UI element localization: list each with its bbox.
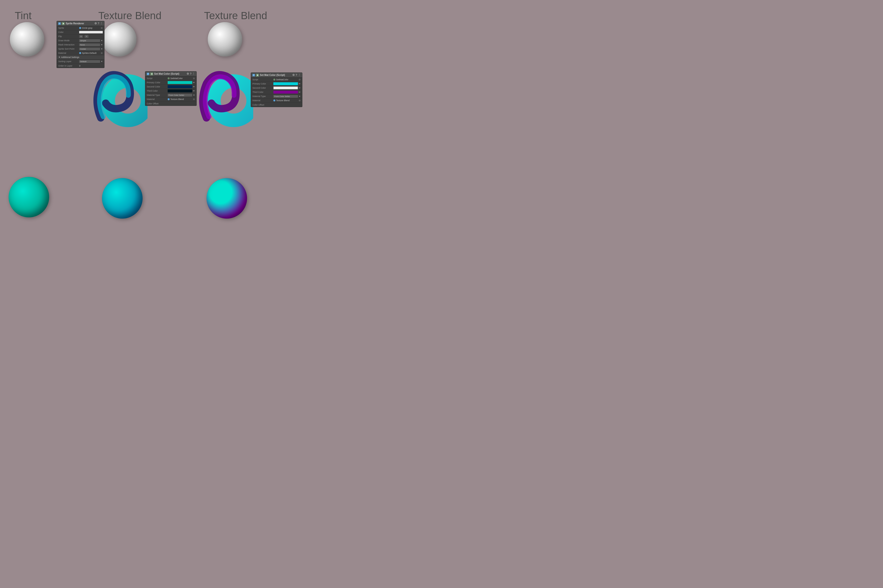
swirl-right-svg	[197, 69, 253, 133]
mask-interaction-row: Mask Interaction None ▼	[57, 43, 104, 47]
setmat1-check: ✓	[147, 73, 149, 75]
color-swatch[interactable]	[79, 31, 103, 33]
color-value[interactable]	[79, 31, 103, 33]
additional-settings-arrow: ▼	[58, 56, 60, 58]
setmat2-second-value[interactable]: ✏	[273, 87, 301, 89]
material-label: Material	[58, 52, 79, 54]
setmat1-select-icon[interactable]: ⊙	[193, 77, 195, 80]
set-mat-color-panel-1: ✓ ◆ Set Mat Color (Script) ⚙ ? ⋮ Script …	[145, 71, 197, 106]
draw-mode-row: Draw Mode Simple ▼	[57, 39, 104, 43]
sorting-layer-row: Sorting Layer Default ▼	[57, 60, 104, 64]
setmat1-second-value[interactable]: ✏	[168, 85, 195, 88]
setmat1-primary-swatch[interactable]	[168, 81, 192, 84]
setmat2-header: ✓ ◆ Set Mat Color (Script) ⚙ ? ⋮	[251, 73, 302, 78]
setmat1-header-icons: ⚙ ? ⋮	[187, 72, 195, 75]
setmat2-primary-swatch[interactable]	[273, 82, 298, 85]
sort-point-dropdown[interactable]: Center	[79, 48, 100, 50]
setmat2-select-icon[interactable]: ⊙	[299, 78, 301, 81]
setmat1-third-row: Third Color ✏	[145, 89, 196, 93]
order-layer-value: 0	[79, 64, 103, 67]
setmat1-offset-row: Color Offset	[145, 102, 196, 106]
set-mat-color-panel-2: ✓ ◆ Set Mat Color (Script) ⚙ ? ⋮ Script …	[251, 72, 302, 107]
setmat1-material-name: Texture Blend	[170, 98, 184, 100]
setmat1-third-pencil[interactable]: ✏	[193, 90, 195, 92]
setmat2-script-label: Script	[253, 78, 273, 81]
sorting-layer-dropdown[interactable]: Default	[79, 60, 100, 63]
sort-point-label: Sprite Sort Point	[58, 48, 79, 50]
setmat2-primary-value[interactable]: ✏	[273, 82, 301, 85]
material-select-icon[interactable]: ⊙	[101, 52, 103, 54]
check-icon: ✓	[58, 22, 61, 25]
setmat2-second-label: Second Color	[253, 87, 273, 89]
setmat1-third-value[interactable]: ✏	[168, 89, 195, 92]
title-tint: Tint	[15, 10, 32, 22]
setmat2-mattype-value[interactable]: From Color Setter ▼	[273, 95, 301, 98]
swirl-left	[91, 69, 147, 134]
sprite-asset-dot	[79, 27, 81, 29]
setmat1-mattype-dropdown[interactable]: From Color Setter	[168, 94, 192, 96]
script-icon: ◆	[62, 22, 65, 25]
additional-settings-label: Additional Settings	[61, 56, 80, 58]
material-dot	[79, 52, 81, 54]
setmat1-mattype-row: Material Type From Color Setter ▼	[145, 93, 196, 97]
setmat2-material-dot	[273, 99, 275, 102]
sphere-tint-top	[10, 22, 44, 57]
setmat1-material-label: Material	[147, 98, 168, 100]
flip-y[interactable]: Y	[84, 35, 88, 38]
mask-dropdown[interactable]: None	[79, 44, 100, 46]
setmat1-material-row: Material Texture Blend ⊙	[145, 97, 196, 102]
setmat1-mattype-value[interactable]: From Color Setter ▼	[168, 94, 195, 96]
sort-point-row: Sprite Sort Point Center ▼	[57, 47, 104, 51]
flip-x[interactable]: X	[79, 35, 83, 38]
setmat2-third-value[interactable]: ✏	[273, 91, 301, 94]
setmat2-mattype-row: Material Type From Color Setter ▼	[251, 94, 302, 99]
setmat1-mattype-label: Material Type	[147, 94, 168, 96]
sort-point-arrow: ▼	[101, 48, 103, 50]
draw-mode-value[interactable]: Simple ▼	[79, 39, 103, 42]
sorting-layer-value[interactable]: Default ▼	[79, 60, 103, 63]
setmat1-material-value: Texture Blend ⊙	[168, 98, 195, 100]
sprite-row: Sprite Circle gray ⊙	[57, 26, 104, 30]
order-layer-number: 0	[79, 64, 80, 67]
setmat2-third-swatch[interactable]	[273, 91, 298, 94]
setmat2-third-pencil[interactable]: ✏	[299, 91, 301, 93]
setmat2-primary-row: Primary Color ✏	[251, 82, 302, 86]
sprite-renderer-panel: ✓ ◆ Sprite Renderer ⚙ ? ⋮ Sprite Circle …	[57, 21, 104, 68]
setmat1-primary-pencil[interactable]: ✏	[193, 81, 195, 84]
setmat2-second-swatch[interactable]	[273, 87, 298, 89]
mask-value[interactable]: None ▼	[79, 44, 103, 46]
color-label: Color	[58, 31, 79, 33]
setmat2-primary-label: Primary Color	[253, 82, 273, 85]
material-row: Material Sprites-Default ⊙	[57, 51, 104, 55]
setmat1-offset-label: Color Offset	[147, 102, 168, 105]
setmat2-material-select[interactable]: ⊙	[299, 99, 301, 102]
setmat1-second-swatch[interactable]	[168, 85, 192, 88]
setmat1-script-row: Script SetMatColor ⊙	[145, 76, 196, 81]
setmat1-header: ✓ ◆ Set Mat Color (Script) ⚙ ? ⋮	[145, 72, 196, 76]
setmat2-material-label: Material	[253, 99, 273, 102]
sphere-texture-blend-2-bottom	[206, 178, 247, 219]
setmat1-primary-value[interactable]: ✏	[168, 81, 195, 84]
sphere-texture-blend-1-top	[102, 22, 137, 57]
setmat2-script-row: Script SetMatColor ⊙	[251, 78, 302, 82]
setmat2-script-value: SetMatColor ⊙	[273, 78, 301, 81]
flip-row: Flip X Y	[57, 34, 104, 39]
draw-mode-dropdown[interactable]: Simple	[79, 39, 100, 42]
draw-mode-arrow: ▼	[101, 39, 103, 42]
setmat1-third-swatch[interactable]	[168, 89, 192, 92]
flip-value: X Y	[79, 35, 103, 38]
setmat2-second-pencil[interactable]: ✏	[299, 87, 301, 89]
material-name: Sprites-Default	[82, 52, 96, 54]
sort-point-value[interactable]: Center ▼	[79, 48, 103, 50]
order-layer-label: Order in Layer	[58, 64, 79, 67]
setmat2-primary-pencil[interactable]: ✏	[299, 82, 301, 85]
color-row: Color	[57, 30, 104, 34]
setmat1-second-pencil[interactable]: ✏	[193, 86, 195, 88]
setmat2-script-dot	[273, 79, 275, 81]
sphere-texture-blend-1-bottom	[102, 178, 143, 219]
swirl-left-svg	[91, 69, 147, 133]
additional-settings-header: ▼ Additional Settings	[57, 55, 104, 60]
setmat2-mattype-dropdown[interactable]: From Color Setter	[273, 95, 298, 98]
setmat1-material-select[interactable]: ⊙	[193, 98, 195, 100]
sprite-select-icon[interactable]: ⊙	[101, 27, 103, 29]
